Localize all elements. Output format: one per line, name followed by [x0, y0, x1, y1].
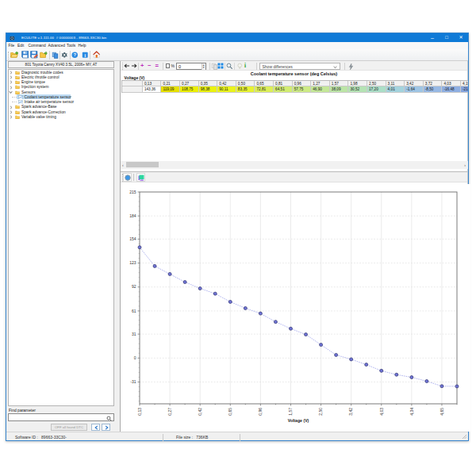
- svg-text:0,65: 0,65: [228, 408, 232, 416]
- svg-text:31: 31: [132, 332, 136, 336]
- svg-text:4,03: 4,03: [379, 408, 384, 416]
- svg-text:0,42: 0,42: [198, 408, 202, 416]
- svg-text:0,13: 0,13: [137, 408, 142, 416]
- svg-text:184: 184: [129, 213, 136, 218]
- svg-text:4,65: 4,65: [440, 408, 444, 416]
- svg-text:?: ?: [73, 52, 76, 57]
- svg-text:-31: -31: [130, 379, 136, 384]
- svg-text:154: 154: [129, 236, 136, 241]
- svg-text:Voltage (V): Voltage (V): [288, 418, 309, 423]
- svg-text:2,50: 2,50: [318, 408, 323, 416]
- svg-text:215: 215: [129, 190, 136, 194]
- svg-text:0,27: 0,27: [167, 408, 172, 416]
- svg-text:0,96: 0,96: [258, 408, 263, 416]
- svg-text:61: 61: [132, 309, 136, 313]
- svg-text:3,42: 3,42: [348, 408, 353, 416]
- svg-text:4,34: 4,34: [409, 408, 414, 416]
- svg-text:0: 0: [134, 355, 136, 360]
- svg-text:92: 92: [132, 284, 136, 289]
- svg-text:1,57: 1,57: [288, 408, 293, 416]
- svg-text:123: 123: [129, 260, 136, 265]
